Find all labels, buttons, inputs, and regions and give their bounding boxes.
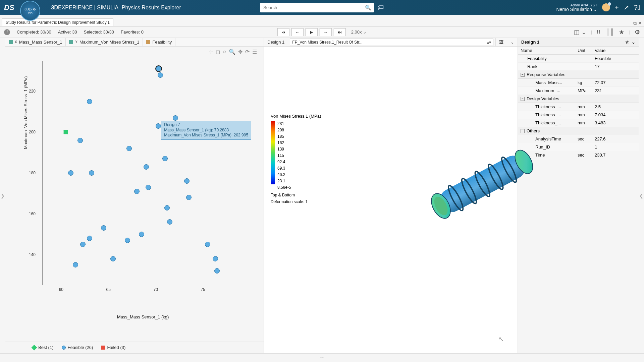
table-row[interactable]: Mass_Mass...kg72.07 — [518, 79, 639, 87]
table-group[interactable]: −Response Variables — [518, 71, 639, 79]
data-point[interactable] — [162, 156, 168, 161]
data-point[interactable] — [214, 268, 220, 274]
zoom-reset-icon[interactable]: ○ — [223, 49, 226, 55]
viewer-tab[interactable]: Design 1 — [264, 38, 288, 46]
table-group[interactable]: −Others — [518, 127, 639, 135]
right-expand-handle[interactable]: ❮ — [639, 38, 644, 353]
data-point[interactable] — [110, 256, 116, 261]
data-point[interactable] — [156, 66, 161, 71]
data-point[interactable] — [73, 262, 78, 267]
chevron-down-icon[interactable]: ⌄ — [363, 29, 367, 35]
data-point[interactable] — [146, 185, 151, 190]
next-button[interactable]: → — [320, 28, 332, 36]
share-icon[interactable]: ↗ — [624, 3, 629, 11]
data-point[interactable] — [167, 219, 172, 225]
layout-icon[interactable]: ◫ ⌄ — [574, 28, 586, 36]
chevron-down-icon[interactable]: ⌄ — [632, 40, 635, 45]
table-group[interactable]: −Design Variables — [518, 95, 639, 103]
data-point[interactable] — [164, 205, 170, 210]
zoom-icon[interactable]: 🔍 — [229, 49, 235, 55]
data-point[interactable] — [184, 178, 190, 184]
table-row[interactable]: Thickness_...mm3.483 — [518, 119, 639, 127]
data-point[interactable] — [87, 99, 92, 104]
document-tab[interactable]: Study Results for Parametric Design Impr… — [2, 18, 113, 26]
data-point[interactable] — [186, 195, 192, 200]
star-outline-icon[interactable]: ☆ — [625, 40, 629, 45]
more-icon[interactable]: ☰ — [252, 49, 257, 55]
col-name: Name — [518, 47, 575, 54]
data-point[interactable] — [139, 232, 144, 237]
color-bar — [271, 121, 275, 184]
legend-footer2: Deformation scale: 1 — [271, 197, 321, 204]
data-point[interactable] — [101, 225, 106, 231]
user-block[interactable]: Adam ANALYST Nemo Simulation ⌄ — [556, 3, 597, 12]
search-input[interactable] — [260, 3, 374, 12]
help-icon[interactable]: ?⃝ — [634, 4, 640, 11]
triad-icon[interactable]: ⤡ — [498, 335, 504, 343]
table-row[interactable]: Rank17 — [518, 63, 639, 71]
search-icon[interactable]: 🔍 — [365, 5, 371, 11]
data-point[interactable] — [89, 170, 94, 176]
scatter-icon[interactable]: ⁞⁞ — [597, 28, 601, 36]
info-icon[interactable]: i — [4, 29, 10, 35]
close-icon[interactable]: ✕ — [638, 20, 642, 26]
box-select-icon[interactable]: ◻ — [216, 49, 220, 55]
y-axis-label: Maximum_Von Mises Stress_1 (MPa) — [23, 76, 28, 149]
table-row[interactable]: Maximum_...MPa231 — [518, 87, 639, 95]
avatar[interactable] — [602, 3, 610, 11]
play-button[interactable]: ▶ — [306, 28, 318, 36]
data-point[interactable] — [158, 72, 163, 78]
gear-icon[interactable]: ⚙ — [635, 28, 640, 36]
tag-icon[interactable]: 🏷 — [377, 4, 384, 11]
plot-toolbar: ⊹ ◻ ○ 🔍 ✥ ⟳ ☰ — [209, 49, 257, 55]
color-selector[interactable]: Feasibility — [143, 38, 175, 46]
status-active: Active: 30 — [58, 29, 77, 35]
table-row[interactable]: Thickness_...mm7.034 — [518, 111, 639, 119]
y-axis-selector[interactable]: YMaximum_Von Mises Stress_1 — [66, 38, 143, 46]
contour-tick: 8.58e-5 — [277, 184, 291, 191]
image-icon[interactable]: 🖼 — [495, 38, 507, 46]
table-row[interactable]: FeasibilityFeasible — [518, 55, 639, 63]
last-button[interactable]: ⏭ — [334, 28, 346, 36]
collapse-icon[interactable]: − — [521, 73, 525, 77]
reset-icon[interactable]: ⟳ — [245, 49, 250, 55]
x-axis-selector[interactable]: XMass_Mass Sensor_1 — [5, 38, 66, 46]
data-point[interactable] — [126, 146, 132, 151]
data-point[interactable] — [87, 236, 92, 241]
data-point[interactable] — [62, 128, 70, 136]
star-icon[interactable]: ★ — [619, 28, 624, 36]
prev-button[interactable]: ← — [291, 28, 304, 36]
scatter-plot[interactable]: Maximum_Von Mises Stress_1 (MPa) Mass_Ma… — [29, 61, 257, 305]
data-point[interactable] — [68, 170, 73, 176]
data-point[interactable] — [80, 242, 86, 247]
viewer-3d[interactable]: Von Mises Stress.1 (MPa) 231208185162139… — [264, 47, 518, 353]
data-point[interactable] — [144, 164, 149, 170]
restore-icon[interactable]: ⧉ — [633, 20, 637, 26]
left-expand-handle[interactable]: ❯ — [0, 38, 5, 353]
pan-icon[interactable]: ✥ — [238, 49, 243, 55]
parallel-icon[interactable]: ║║ — [605, 28, 614, 36]
legend-feasible: Feasible (26) — [68, 345, 93, 350]
data-point[interactable] — [173, 115, 178, 121]
chevron-down-icon[interactable]: ⌄ — [507, 38, 518, 46]
data-point[interactable] — [125, 238, 130, 243]
data-point[interactable] — [213, 256, 218, 261]
add-icon[interactable]: + — [615, 4, 619, 11]
collapse-icon[interactable]: − — [521, 97, 525, 101]
status-selected: Selected: 30/30 — [84, 29, 114, 35]
collapse-icon[interactable]: − — [521, 129, 525, 133]
data-point[interactable] — [77, 138, 83, 143]
data-point[interactable] — [205, 242, 210, 247]
data-point[interactable] — [134, 189, 140, 194]
first-button[interactable]: ⏮ — [277, 28, 289, 36]
select-icon[interactable]: ⊹ — [209, 49, 213, 55]
spinner-icon[interactable]: ▴▾ — [487, 40, 491, 45]
chevron-down-icon: ⌄ — [593, 7, 597, 12]
y-tick: 160 — [29, 212, 36, 216]
bottom-collapse-handle[interactable]: ︿ — [0, 353, 644, 360]
failed-marker-icon — [101, 346, 105, 350]
result-selector[interactable]: FP_Von Mises Stress.1_Result Of Str...▴▾ — [290, 39, 493, 46]
table-row[interactable]: Thickness_...mm2.5 — [518, 103, 639, 111]
compass-icon[interactable]: 3D ▷ ⚙ V.R — [20, 1, 40, 21]
data-point[interactable] — [156, 123, 161, 129]
